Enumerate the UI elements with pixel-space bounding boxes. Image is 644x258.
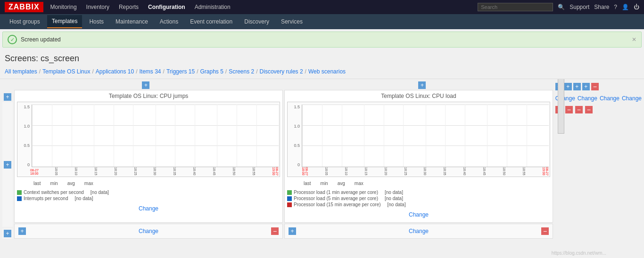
- remove-bottom-left[interactable]: −: [271, 227, 279, 235]
- search-icon[interactable]: 🔍: [558, 4, 565, 10]
- y-label-c2-05: 0.5: [288, 143, 300, 148]
- add-cell-left-bottom1[interactable]: +: [4, 161, 11, 169]
- chart2-xlabel-5: 18:25: [404, 167, 407, 177]
- y-label-10: 1.0: [17, 124, 30, 129]
- power-icon[interactable]: ⏻: [634, 4, 639, 10]
- add-bottom-right[interactable]: +: [289, 227, 296, 235]
- top-navigation: ZABBIX Monitoring Inventory Reports Conf…: [0, 0, 644, 14]
- subnav-templates[interactable]: Templates: [47, 15, 83, 28]
- alert-message: Screen updated: [21, 36, 61, 43]
- breadcrumb-graphs[interactable]: Graphs 5: [200, 68, 223, 75]
- right-change-4[interactable]: Change: [622, 93, 642, 104]
- subnav-actions[interactable]: Actions: [155, 16, 183, 28]
- remove-right-top[interactable]: −: [591, 83, 599, 90]
- remove-bottom-right[interactable]: −: [541, 227, 549, 235]
- add-cell-top-center2[interactable]: +: [418, 81, 426, 89]
- legend-item-2: Interrupts per second [no data]: [17, 196, 280, 201]
- legend-value-3: [no data]: [385, 190, 403, 195]
- add-right-top-3[interactable]: +: [573, 83, 581, 90]
- chart1-xlabel-8: 18:40: [193, 167, 196, 177]
- subnav-maintenance[interactable]: Maintenance: [111, 16, 153, 28]
- breadcrumb-sep-1: /: [39, 68, 41, 75]
- remove-right-2[interactable]: −: [565, 106, 573, 113]
- nav-administration[interactable]: Administration: [195, 4, 231, 10]
- breadcrumb-discovery-rules[interactable]: Discovery rules 2: [260, 68, 303, 75]
- right-change-2[interactable]: Change: [578, 93, 597, 104]
- chart1-xlabel-2: 18:10: [74, 167, 78, 177]
- bottom-change-2[interactable]: Change: [409, 226, 429, 236]
- nav-reports[interactable]: Reports: [119, 4, 139, 10]
- chart2-change-button[interactable]: Change: [287, 210, 550, 220]
- stat-max-1: max: [84, 181, 93, 186]
- logo: ZABBIX: [5, 2, 43, 12]
- breadcrumb-items[interactable]: Items 34: [140, 68, 161, 75]
- stat-last-2: last: [304, 181, 311, 186]
- chart2-xlabel-3: 18:15: [364, 167, 368, 177]
- add-cell-left-bottom2[interactable]: +: [4, 230, 11, 237]
- chart2-stats: last min avg max: [287, 179, 550, 187]
- add-cell-top-center1[interactable]: +: [142, 81, 149, 89]
- legend-value-2: [no data]: [75, 196, 93, 201]
- y-label-c2-10: 1.0: [288, 124, 300, 129]
- top-nav-right: 🔍 Support Share ? 👤 ⏻: [478, 3, 639, 11]
- chart1-xlabel-12: 08-27 19:00: [272, 167, 279, 177]
- chart1-change-button[interactable]: Change: [17, 203, 280, 214]
- help-icon[interactable]: ?: [614, 4, 617, 10]
- breadcrumb-sep-5: /: [197, 68, 198, 75]
- subnav-hostgroups[interactable]: Host groups: [5, 16, 45, 28]
- chart1-xlabel-5: 18:25: [134, 167, 137, 177]
- add-right-top-2[interactable]: +: [564, 83, 572, 90]
- remove-right-4[interactable]: −: [585, 106, 593, 113]
- main-content: + + + + + Template OS Linux: CPU jumps: [0, 79, 644, 241]
- chart2-cell: Template OS Linux: CPU load 0 0.5 1.0 1.…: [284, 90, 553, 223]
- support-link[interactable]: Support: [570, 4, 589, 10]
- stat-last-1: last: [33, 181, 41, 186]
- y-label-c2-15: 1.5: [288, 105, 300, 109]
- legend-label-4: Processor load (5 min average per core): [294, 196, 378, 201]
- legend-value-5: [no data]: [388, 202, 406, 207]
- chart2-xlabel-0: 08-27 18:00: [302, 167, 308, 177]
- share-link[interactable]: Share: [594, 4, 609, 10]
- breadcrumb-sep-2: /: [92, 68, 93, 75]
- chart1-xlabel-0: 08-27 18:00: [30, 169, 40, 175]
- breadcrumb-sep-7: /: [256, 68, 257, 75]
- alert-success-icon: ✓: [8, 35, 17, 44]
- add-right-top-4[interactable]: +: [582, 83, 590, 90]
- breadcrumb-web-scenarios[interactable]: Web scenarios: [308, 68, 346, 75]
- legend-item-5: Processor load (15 min average per core)…: [287, 202, 550, 207]
- subnav-hosts[interactable]: Hosts: [84, 16, 108, 28]
- chart1-cell: Template OS Linux: CPU jumps 0 0.5 1.0 1…: [14, 90, 283, 223]
- subnav-discovery[interactable]: Discovery: [239, 16, 274, 28]
- remove-right-3[interactable]: −: [575, 106, 583, 113]
- y-label-0: 0: [17, 162, 30, 167]
- breadcrumb-template-os-linux[interactable]: Template OS Linux: [42, 68, 90, 75]
- bottom-change-1[interactable]: Change: [139, 226, 158, 236]
- breadcrumb-sep-8: /: [305, 68, 306, 75]
- add-bottom-left[interactable]: +: [18, 227, 26, 235]
- top-nav-links: Monitoring Inventory Reports Configurati…: [50, 4, 478, 10]
- chart2-title: Template OS Linux: CPU load: [287, 93, 550, 99]
- user-icon[interactable]: 👤: [622, 4, 629, 10]
- nav-configuration[interactable]: Configuration: [148, 4, 185, 10]
- y-label-15: 1.5: [17, 105, 30, 109]
- chart2-xlabel-7: 18:35: [443, 167, 446, 177]
- breadcrumb-triggers[interactable]: Triggers 15: [166, 68, 195, 75]
- stat-avg-2: avg: [338, 181, 345, 186]
- search-input[interactable]: [478, 3, 553, 11]
- alert-close-button[interactable]: ✕: [632, 36, 636, 43]
- breadcrumb-all-templates[interactable]: All templates: [5, 68, 37, 75]
- nav-monitoring[interactable]: Monitoring: [50, 4, 77, 10]
- right-change-3[interactable]: Change: [600, 93, 619, 104]
- scrollbar[interactable]: [558, 79, 564, 134]
- subnav-services[interactable]: Services: [276, 16, 307, 28]
- subnav-eventcorrelation[interactable]: Event correlation: [185, 16, 237, 28]
- alert-bar: ✓ Screen updated ✕: [2, 32, 642, 48]
- breadcrumb-screens[interactable]: Screens 2: [229, 68, 254, 75]
- breadcrumb-sep-3: /: [136, 68, 137, 75]
- legend-value-4: [no data]: [385, 196, 403, 201]
- nav-inventory[interactable]: Inventory: [86, 4, 109, 10]
- chart1-legend: Context switches per second [no data] In…: [17, 190, 280, 201]
- chart1-xlabel-9: 18:45: [213, 167, 216, 177]
- breadcrumb-applications[interactable]: Applications 10: [96, 68, 134, 75]
- add-cell-left-top[interactable]: +: [4, 93, 11, 101]
